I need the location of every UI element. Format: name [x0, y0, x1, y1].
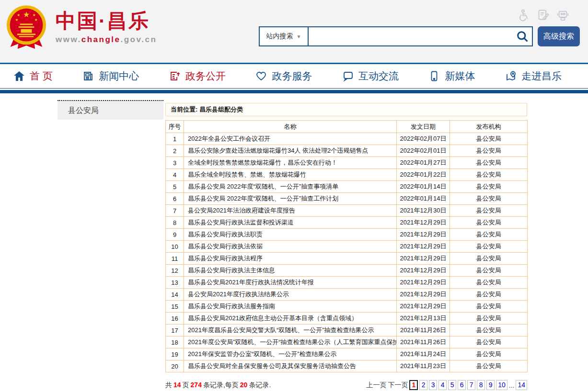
table-row: 12022年全县公安工作会议召开2022年02月07日县公安局 — [166, 133, 528, 145]
nav-item-news[interactable]: 新闻中心 — [82, 69, 139, 83]
table-header-row: 序号 名称 发文日期 发布机构 — [166, 121, 528, 133]
row-org: 县公安局 — [450, 229, 528, 241]
row-number: 1 — [166, 133, 184, 145]
row-org: 县公安局 — [450, 145, 528, 157]
table-row: 182021年度公安局”双随机、一公开“抽查检查结果公示（人工繁育国家重点保护.… — [166, 336, 528, 348]
document-link[interactable]: 昌乐全域全时段禁售、禁燃、禁放烟花爆竹 — [188, 171, 306, 178]
row-title-cell: 昌乐县公安局2021政府信息主动公开基本目录（含重点领域） — [184, 313, 397, 325]
row-date: 2021年12月30日 — [397, 205, 450, 217]
row-title-cell: 昌乐县公安局2021年度行政执法情况统计年报 — [184, 277, 397, 289]
row-number: 6 — [166, 193, 184, 205]
nav-item-gov-disclosure[interactable]: 政务公开 — [169, 69, 226, 83]
row-org: 县公安局 — [450, 265, 528, 277]
document-link[interactable]: 2021年保安监管办公室“双随机、一公开”检查结果公示 — [188, 350, 337, 358]
pagination-page-1[interactable]: 1 — [409, 380, 418, 390]
row-date: 2021年12月29日 — [397, 241, 450, 253]
document-link[interactable]: 昌乐公安除夕查处违法燃放烟花爆竹34人 依法处理2个违规销售点 — [188, 147, 368, 154]
svg-text:★: ★ — [23, 10, 30, 19]
document-link[interactable]: 县公安局2021年法治政府建设年度报告 — [188, 207, 295, 214]
search-input[interactable] — [308, 26, 533, 46]
pagination-page-9[interactable]: 9 — [486, 380, 495, 390]
col-header-date: 发文日期 — [397, 121, 450, 133]
pagination-page-14[interactable]: 14 — [516, 380, 527, 390]
nav-item-new-media[interactable]: 新媒体 — [428, 69, 475, 83]
row-date: 2022年02月07日 — [397, 133, 450, 145]
row-title-cell: 昌乐县公安局行政执法程序 — [184, 253, 397, 265]
pagination-prev[interactable]: 上一页 — [366, 381, 386, 390]
pagination-page-6[interactable]: 6 — [458, 380, 466, 390]
nav-item-home[interactable]: 首 页 — [13, 69, 53, 83]
row-org: 县公安局 — [450, 193, 528, 205]
nav-item-interaction[interactable]: 互动交流 — [342, 69, 399, 83]
site-header: ★ ★ ★ ★ ★ 中国·昌乐 www.changle.gov.cn — [0, 0, 588, 63]
document-link[interactable]: 昌乐县公安局2021政府信息主动公开基本目录（含重点领域） — [188, 314, 357, 322]
document-link[interactable]: 2022年全县公安工作会议召开 — [188, 135, 270, 142]
row-number: 12 — [166, 265, 184, 277]
national-emblem-logo: ★ ★ ★ ★ ★ — [6, 4, 47, 51]
document-link[interactable]: 昌乐县公安局行政执法程序 — [188, 255, 263, 262]
pagination-page-2[interactable]: 2 — [419, 380, 427, 390]
pagination-page-10[interactable]: 10 — [496, 380, 507, 390]
row-date: 2021年11月26日 — [397, 336, 450, 348]
document-link[interactable]: 昌乐县公安局行政执法依据 — [188, 243, 263, 250]
sidebar-item-county-police[interactable]: 县公安局 — [58, 100, 163, 120]
svg-text:★: ★ — [33, 13, 36, 17]
pagination-page-4[interactable]: 4 — [438, 380, 447, 390]
table-row: 3全域全时段禁售禁燃禁放烟花爆竹，昌乐公安在行动！2022年01月27日县公安局 — [166, 157, 528, 169]
row-date: 2021年12月29日 — [397, 229, 450, 241]
row-number: 4 — [166, 169, 184, 181]
document-link[interactable]: 县公安局2021年度行政执法结果公示 — [188, 291, 289, 298]
row-date: 2021年12月29日 — [397, 217, 450, 229]
accessibility-icon[interactable] — [517, 9, 530, 22]
table-row: 9昌乐县公安局行政执法职责2021年12月29日县公安局 — [166, 229, 528, 241]
row-title-cell: 县公安局2021年度行政执法结果公示 — [184, 289, 397, 301]
row-number: 16 — [166, 313, 184, 325]
nav-item-gov-service[interactable]: 政务服务 — [255, 69, 312, 83]
table-row: 8昌乐县公安局行政执法监督和投诉渠道2021年12月29日县公安局 — [166, 217, 528, 229]
pagination-page-3[interactable]: 3 — [429, 380, 437, 390]
row-title-cell: 昌乐县公安局 2022年度“双随机、一公开”抽查工作计划 — [184, 193, 397, 205]
row-org: 县公安局 — [450, 325, 528, 336]
row-title-cell: 2021年度公安局”双随机、一公开“抽查检查结果公示（人工繁育国家重点保护... — [184, 336, 397, 348]
document-link[interactable]: 全域全时段禁售禁燃禁放烟花爆竹，昌乐公安在行动！ — [188, 159, 337, 166]
row-date: 2022年02月01日 — [397, 145, 450, 157]
pagination-page-5[interactable]: 5 — [448, 380, 456, 390]
table-row: 13昌乐县公安局2021年度行政执法情况统计年报2021年12月29日县公安局 — [166, 277, 528, 289]
pagination-page-8[interactable]: 8 — [477, 380, 485, 390]
total-records: 274 — [191, 381, 202, 389]
document-link[interactable]: 昌乐县公安局 2022年度“双随机、一公开”抽查事项清单 — [188, 183, 338, 190]
table-row: 172021年度昌乐县公安局交警大队“双随机、一公开”抽查检查结果公示2021年… — [166, 325, 528, 336]
nav-item-enter-changle[interactable]: 走进昌乐 — [505, 69, 562, 83]
document-link[interactable]: 昌乐县公安局2021年度行政执法情况统计年报 — [188, 279, 314, 286]
document-link[interactable]: 昌乐县公安局 2022年度“双随机、一公开”抽查工作计划 — [188, 195, 338, 202]
pagination-next[interactable]: 下一页 — [388, 381, 408, 390]
document-link[interactable]: 昌乐县公安局行政执法职责 — [188, 231, 263, 238]
search-icon[interactable] — [516, 30, 529, 43]
table-row: 6昌乐县公安局 2022年度“双随机、一公开”抽查工作计划2022年01月14日… — [166, 193, 528, 205]
table-row: 192021年保安监管办公室“双随机、一公开”检查结果公示2021年11月24日… — [166, 348, 528, 360]
pagination-page-7[interactable]: 7 — [467, 380, 475, 390]
document-link[interactable]: 2021年度昌乐县公安局交警大队“双随机、一公开”抽查检查结果公示 — [188, 326, 374, 334]
row-number: 19 — [166, 348, 184, 360]
robot-icon[interactable] — [556, 9, 569, 22]
document-link[interactable]: 昌乐县公安局行政执法监督和投诉渠道 — [188, 219, 294, 226]
row-title-cell: 昌乐县公安局行政执法职责 — [184, 229, 397, 241]
search-scope-dropdown[interactable]: 站内搜索 ▼ — [259, 26, 309, 46]
site-title: 中国·昌乐 — [56, 10, 157, 32]
col-header-no: 序号 — [166, 121, 184, 133]
advanced-search-button[interactable]: 高级搜索 — [538, 26, 580, 46]
row-title-cell: 昌乐县公安局行政执法依据 — [184, 241, 397, 253]
document-link[interactable]: 2021年度公安局”双随机、一公开“抽查检查结果公示（人工繁育国家重点保护... — [188, 338, 397, 346]
row-title-cell: 2022年全县公安工作会议召开 — [184, 133, 397, 145]
document-link[interactable]: 昌乐县公安局行政执法服务指南 — [188, 302, 275, 310]
document-link[interactable]: 昌乐县公安局对全县保安服务公司及其保安服务活动抽查公告 — [188, 362, 356, 370]
row-org: 县公安局 — [450, 301, 528, 313]
row-date: 2021年11月26日 — [397, 325, 450, 336]
row-org: 县公安局 — [450, 169, 528, 181]
row-title-cell: 昌乐县公安局行政执法主体信息 — [184, 265, 397, 277]
edit-doc-icon[interactable] — [537, 9, 550, 22]
row-org: 县公安局 — [450, 336, 528, 348]
col-header-title: 名称 — [184, 121, 397, 133]
col-header-org: 发布机构 — [450, 121, 528, 133]
document-link[interactable]: 昌乐县公安局行政执法主体信息 — [188, 267, 275, 274]
